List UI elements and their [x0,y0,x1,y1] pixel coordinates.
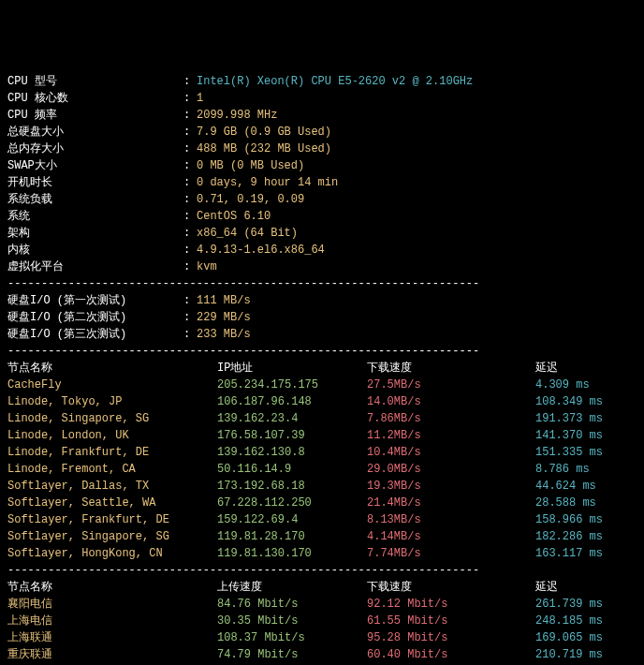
terminal-row: 内核: 4.9.13-1.el6.x86_64 [7,242,637,259]
io-label: 硬盘I/O (第三次测试) [7,326,183,343]
colon: : [183,225,197,242]
net-ip: 176.58.107.39 [217,427,367,444]
spec-label: CPU 频率 [7,107,183,124]
cn-latency: 169.065 ms [535,629,603,646]
net-ip: 119.81.130.170 [217,545,367,562]
spec-label: 开机时长 [7,174,183,191]
net-node: Linode, Tokyo, JP [7,393,217,410]
net-download: 14.0MB/s [367,393,535,410]
net-download: 21.4MB/s [367,495,535,511]
col-latency: 延迟 [535,579,558,596]
cn-latency: 248.185 ms [535,613,603,629]
terminal-row: Softlayer, Frankfurt, DE159.122.69.48.13… [7,511,637,528]
net-download: 8.13MB/s [367,511,535,528]
spec-value: Intel(R) Xeon(R) CPU E5-2620 v2 @ 2.10GH… [197,73,473,90]
cn-node: 上海电信 [7,613,217,629]
net-latency: 4.309 ms [535,377,590,393]
net-ip: 67.228.112.250 [217,495,367,511]
net-ip: 173.192.68.18 [217,478,367,495]
spec-label: 内核 [7,242,183,259]
colon: : [183,107,197,124]
spec-value: 488 MB (232 MB Used) [197,140,331,157]
terminal-row: 总内存大小: 488 MB (232 MB Used) [7,140,637,157]
terminal-row: Linode, Fremont, CA50.116.14.929.0MB/s8.… [7,461,637,478]
net-ip: 139.162.23.4 [217,410,367,427]
net-download: 29.0MB/s [367,461,535,478]
spec-label: 总内存大小 [7,140,183,157]
terminal-row: Linode, Frankfurt, DE139.162.130.810.4MB… [7,444,637,461]
net-download: 7.74MB/s [367,545,535,562]
net-node: CacheFly [7,377,217,393]
terminal-row: CacheFly205.234.175.17527.5MB/s4.309 ms [7,377,637,393]
colon: : [183,208,197,225]
terminal-row: Softlayer, HongKong, CN119.81.130.1707.7… [7,545,637,562]
cn-upload: 84.76 Mbit/s [217,596,367,613]
terminal-row: CPU 核心数: 1 [7,90,637,107]
terminal-row: 襄阳电信84.76 Mbit/s92.12 Mbit/s261.739 ms [7,596,637,613]
cn-download: 95.28 Mbit/s [367,629,535,646]
colon: : [183,309,197,326]
col-download: 下载速度 [367,579,535,596]
net-node: Softlayer, Singapore, SG [7,528,217,545]
io-label: 硬盘I/O (第一次测试) [7,292,183,309]
terminal-row: 节点名称IP地址下载速度延迟 [7,360,637,377]
net-latency: 141.370 ms [535,427,603,444]
terminal-row: 节点名称上传速度下载速度延迟 [7,579,637,596]
col-ip: IP地址 [217,360,367,377]
cn-node: 重庆联通 [7,646,217,663]
cn-download: 92.12 Mbit/s [367,596,535,613]
net-latency: 191.373 ms [535,410,603,427]
net-node: Linode, Singapore, SG [7,410,217,427]
net-node: Softlayer, Dallas, TX [7,478,217,495]
io-label: 硬盘I/O (第二次测试) [7,309,183,326]
colon: : [183,157,197,174]
terminal-row: SWAP大小: 0 MB (0 MB Used) [7,157,637,174]
col-upload: 上传速度 [217,579,367,596]
colon: : [183,242,197,259]
io-value: 233 MB/s [197,326,251,343]
net-ip: 119.81.28.170 [217,528,367,545]
colon: : [183,292,197,309]
col-latency: 延迟 [535,360,558,377]
spec-label: 虚拟化平台 [7,259,183,275]
net-ip: 139.162.130.8 [217,444,367,461]
io-value: 229 MB/s [197,309,251,326]
terminal-row: Linode, Tokyo, JP106.187.96.14814.0MB/s1… [7,393,637,410]
terminal-row: CPU 型号: Intel(R) Xeon(R) CPU E5-2620 v2 … [7,73,637,90]
cn-node: 襄阳电信 [7,596,217,613]
colon: : [183,124,197,140]
net-node: Linode, Fremont, CA [7,461,217,478]
colon: : [183,174,197,191]
colon: : [183,326,197,343]
colon: : [183,90,197,107]
cn-upload: 30.35 Mbit/s [217,613,367,629]
io-value: 111 MB/s [197,292,251,309]
net-latency: 182.286 ms [535,528,603,545]
net-latency: 28.588 ms [535,495,596,511]
net-download: 4.14MB/s [367,528,535,545]
net-latency: 8.786 ms [535,461,590,478]
net-ip: 106.187.96.148 [217,393,367,410]
spec-label: SWAP大小 [7,157,183,174]
cn-download: 60.40 Mbit/s [367,646,535,663]
terminal-row: Softlayer, Singapore, SG119.81.28.1704.1… [7,528,637,545]
col-download: 下载速度 [367,360,535,377]
cn-upload: 74.79 Mbit/s [217,646,367,663]
divider: ----------------------------------------… [7,343,637,360]
net-download: 11.2MB/s [367,427,535,444]
terminal-row: Linode, London, UK176.58.107.3911.2MB/s1… [7,427,637,444]
terminal-row: 硬盘I/O (第三次测试): 233 MB/s [7,326,637,343]
terminal-row: Linode, Singapore, SG139.162.23.47.86MB/… [7,410,637,427]
spec-value: 0 MB (0 MB Used) [197,157,304,174]
terminal-row: 系统: CentOS 6.10 [7,208,637,225]
terminal-row: 上海电信30.35 Mbit/s61.55 Mbit/s248.185 ms [7,613,637,629]
divider: ----------------------------------------… [7,562,637,579]
spec-label: CPU 型号 [7,73,183,90]
net-node: Linode, London, UK [7,427,217,444]
colon: : [183,73,197,90]
spec-value: 0.71, 0.19, 0.09 [197,191,304,208]
cn-latency: 210.719 ms [535,646,603,663]
cn-latency: 261.739 ms [535,596,603,613]
spec-value: 1 [197,90,203,107]
terminal-row: 重庆联通74.79 Mbit/s60.40 Mbit/s210.719 ms [7,646,637,663]
